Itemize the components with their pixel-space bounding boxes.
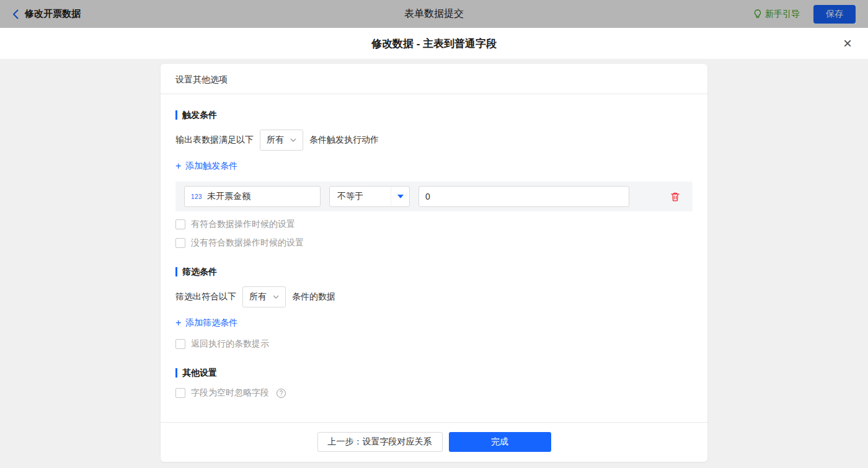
filter-conditions-section: 筛选条件 筛选出符合以下 所有 条件的数据 + 添加筛选条件 bbox=[175, 267, 693, 350]
delete-condition-icon[interactable] bbox=[670, 192, 680, 202]
settings-card: 设置其他选项 触发条件 输出表数据满足以下 所有 条件触发执行动作 bbox=[161, 64, 707, 462]
done-button[interactable]: 完成 bbox=[449, 432, 551, 452]
guide-label: 新手引导 bbox=[765, 9, 800, 20]
plus-icon: + bbox=[175, 318, 181, 328]
no-match-checkbox[interactable] bbox=[175, 238, 185, 248]
condition-value-input[interactable] bbox=[418, 186, 629, 207]
card-content: 触发条件 输出表数据满足以下 所有 条件触发执行动作 + 添加触发条件 bbox=[161, 94, 707, 422]
no-match-label: 没有符合数据操作时候的设置 bbox=[191, 237, 304, 249]
no-match-setting-row: 没有符合数据操作时候的设置 bbox=[175, 237, 693, 249]
beginner-guide-button[interactable]: 新手引导 bbox=[753, 9, 800, 20]
trigger-section-title: 触发条件 bbox=[175, 110, 693, 120]
condition-operator-value: 不等于 bbox=[330, 191, 391, 202]
modal-title: 修改数据 - 主表到普通字段 bbox=[371, 37, 497, 51]
filter-match-select-value: 所有 bbox=[249, 291, 267, 302]
count-tip-row: 返回执行的条数提示 bbox=[175, 338, 693, 350]
plus-icon: + bbox=[175, 161, 181, 171]
has-match-setting-row: 有符合数据操作时候的设置 bbox=[175, 219, 693, 230]
back-button[interactable]: 修改开票数据 bbox=[12, 8, 81, 20]
other-settings-section: 其他设置 字段为空时忽略字段 ? bbox=[175, 368, 693, 399]
trigger-sentence-prefix: 输出表数据满足以下 bbox=[175, 135, 254, 146]
trigger-match-select[interactable]: 所有 bbox=[260, 130, 303, 151]
card-footer: 上一步：设置字段对应关系 完成 bbox=[161, 422, 707, 462]
page-title: 表单数据提交 bbox=[404, 8, 464, 19]
add-filter-condition-link[interactable]: + 添加筛选条件 bbox=[175, 317, 237, 329]
has-match-label: 有符合数据操作时候的设置 bbox=[191, 219, 295, 230]
trigger-conditions-section: 触发条件 输出表数据满足以下 所有 条件触发执行动作 + 添加触发条件 bbox=[175, 110, 693, 249]
prev-step-button[interactable]: 上一步：设置字段对应关系 bbox=[317, 432, 443, 452]
count-tip-label: 返回执行的条数提示 bbox=[191, 338, 269, 350]
ignore-empty-label: 字段为空时忽略字段 bbox=[191, 387, 269, 399]
ignore-empty-checkbox[interactable] bbox=[175, 388, 185, 398]
chevron-left-icon bbox=[12, 9, 19, 19]
lightbulb-icon bbox=[753, 9, 762, 19]
add-trigger-condition-link[interactable]: + 添加触发条件 bbox=[175, 161, 237, 172]
back-label: 修改开票数据 bbox=[25, 8, 81, 20]
trigger-sentence-suffix: 条件触发执行动作 bbox=[309, 135, 379, 146]
modal-body: 设置其他选项 触发条件 输出表数据满足以下 所有 条件触发执行动作 bbox=[0, 59, 868, 468]
chevron-down-icon bbox=[290, 138, 296, 142]
filter-sentence-prefix: 筛选出符合以下 bbox=[175, 291, 236, 302]
condition-field-value: 未开票金额 bbox=[207, 191, 250, 202]
count-tip-checkbox[interactable] bbox=[175, 339, 185, 349]
ignore-empty-row: 字段为空时忽略字段 ? bbox=[175, 387, 693, 399]
card-header-title: 设置其他选项 bbox=[175, 74, 228, 84]
number-type-icon: 123 bbox=[191, 193, 202, 200]
chevron-down-icon bbox=[273, 295, 279, 299]
filter-match-select[interactable]: 所有 bbox=[242, 286, 286, 307]
save-button[interactable]: 保存 bbox=[813, 5, 856, 24]
condition-field-select[interactable]: 123 未开票金额 bbox=[184, 186, 321, 207]
card-header: 设置其他选项 bbox=[161, 64, 707, 94]
filter-section-title: 筛选条件 bbox=[175, 267, 693, 276]
other-section-title: 其他设置 bbox=[175, 368, 693, 377]
top-navbar: 修改开票数据 表单数据提交 新手引导 保存 bbox=[0, 0, 868, 28]
add-filter-condition-label: 添加筛选条件 bbox=[185, 317, 237, 329]
filter-sentence-suffix: 条件的数据 bbox=[292, 291, 335, 302]
trigger-match-select-value: 所有 bbox=[267, 135, 284, 146]
modal-header: 修改数据 - 主表到普通字段 × bbox=[0, 28, 868, 59]
condition-operator-select[interactable]: 不等于 bbox=[329, 186, 410, 207]
filter-match-sentence: 筛选出符合以下 所有 条件的数据 bbox=[175, 286, 693, 307]
add-trigger-condition-label: 添加触发条件 bbox=[185, 161, 237, 172]
help-icon[interactable]: ? bbox=[277, 389, 286, 398]
close-icon[interactable]: × bbox=[843, 36, 852, 51]
trigger-condition-row: 123 未开票金额 不等于 bbox=[175, 182, 693, 211]
has-match-checkbox[interactable] bbox=[175, 219, 185, 229]
trigger-match-sentence: 输出表数据满足以下 所有 条件触发执行动作 bbox=[175, 130, 693, 151]
caret-down-icon bbox=[391, 187, 409, 206]
